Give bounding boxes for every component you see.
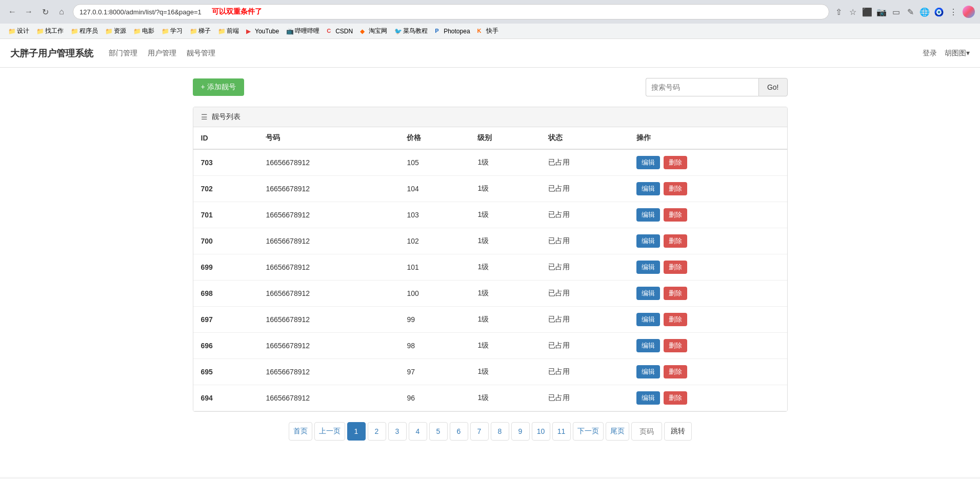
edit-button[interactable]: 编辑 — [636, 156, 660, 169]
bookmark-label: CSDN — [335, 28, 353, 35]
nav-login[interactable]: 登录 — [923, 49, 937, 58]
edit-button[interactable]: 编辑 — [636, 234, 660, 248]
window-icon[interactable]: ▭ — [891, 7, 901, 17]
edit-button[interactable]: 编辑 — [636, 339, 660, 352]
user-avatar[interactable] — [963, 6, 975, 18]
cell-level: 1级 — [470, 385, 541, 411]
page-5[interactable]: 5 — [429, 422, 448, 441]
page-2[interactable]: 2 — [368, 422, 386, 441]
page-first[interactable]: 首页 — [289, 422, 312, 441]
cell-status: 已占用 — [541, 333, 628, 359]
home-button[interactable]: ⌂ — [54, 5, 69, 19]
bookmark-youtube[interactable]: ▶ YouTube — [243, 27, 282, 36]
cell-status: 已占用 — [541, 149, 628, 176]
edit-button[interactable]: 编辑 — [636, 287, 660, 300]
bookmark-runoob[interactable]: 🐦 菜鸟教程 — [391, 26, 431, 36]
edit-button[interactable]: 编辑 — [636, 313, 660, 326]
delete-button[interactable]: 删除 — [664, 208, 687, 222]
edit-button[interactable]: 编辑 — [636, 365, 660, 378]
bookmark-resources[interactable]: 📁 资源 — [102, 26, 129, 36]
folder-icon: 📁 — [71, 28, 78, 35]
page-number-input[interactable] — [631, 422, 662, 441]
page-jump-button[interactable]: 跳转 — [664, 422, 692, 441]
table-body: 703 16656678912 105 1级 已占用 编辑 删除 702 166… — [193, 149, 787, 411]
cell-number: 16656678912 — [258, 359, 399, 385]
bookmark-study[interactable]: 📁 学习 — [158, 26, 186, 36]
table-row: 699 16656678912 101 1级 已占用 编辑 删除 — [193, 254, 787, 281]
table-header-row: ID 号码 价格 级别 状态 操作 — [193, 127, 787, 149]
star-icon[interactable]: ☆ — [848, 7, 858, 17]
cell-level: 1级 — [470, 149, 541, 176]
bookmark-movies[interactable]: 📁 电影 — [130, 26, 157, 36]
reload-button[interactable]: ↻ — [38, 5, 52, 19]
delete-button[interactable]: 删除 — [664, 365, 687, 378]
bookmark-bilibili[interactable]: 📺 哔哩哔哩 — [283, 26, 323, 36]
edit-button[interactable]: 编辑 — [636, 261, 660, 274]
nav-department[interactable]: 部门管理 — [109, 45, 137, 62]
delete-button[interactable]: 删除 — [664, 391, 687, 405]
edit-icon[interactable]: ✎ — [905, 7, 915, 17]
page-7[interactable]: 7 — [470, 422, 489, 441]
page-last[interactable]: 尾页 — [606, 422, 629, 441]
search-input[interactable] — [646, 78, 758, 96]
browser-actions: ⇧ ☆ ⬛ 📷 ▭ ✎ 🌐 🧿 ⋮ — [833, 6, 975, 18]
bookmark-photopea[interactable]: P Photopea — [432, 27, 473, 36]
cell-status: 已占用 — [541, 385, 628, 411]
page-prev[interactable]: 上一页 — [314, 422, 345, 441]
bookmark-design[interactable]: 📁 设计 — [5, 26, 32, 36]
page-3[interactable]: 3 — [388, 422, 407, 441]
table-row: 695 16656678912 97 1级 已占用 编辑 删除 — [193, 359, 787, 385]
page-6[interactable]: 6 — [450, 422, 468, 441]
col-price: 价格 — [399, 127, 470, 149]
cell-level: 1级 — [470, 176, 541, 202]
delete-button[interactable]: 删除 — [664, 339, 687, 352]
delete-button[interactable]: 删除 — [664, 287, 687, 300]
nav-numbers[interactable]: 靓号管理 — [187, 45, 215, 62]
camera-icon[interactable]: 📷 — [876, 7, 887, 17]
bookmark-label: 哔哩哔哩 — [295, 27, 319, 35]
table-title: 靓号列表 — [212, 112, 241, 122]
delete-button[interactable]: 删除 — [664, 261, 687, 274]
browser-toolbar: ← → ↻ ⌂ 127.0.0.1:8000/admin/list/?q=16&… — [0, 0, 980, 24]
delete-button[interactable]: 删除 — [664, 156, 687, 169]
page-next[interactable]: 下一页 — [573, 422, 604, 441]
edit-button[interactable]: 编辑 — [636, 182, 660, 195]
bookmark-programmer[interactable]: 📁 程序员 — [68, 26, 101, 36]
table-row: 700 16656678912 102 1级 已占用 编辑 删除 — [193, 228, 787, 254]
cell-level: 1级 — [470, 281, 541, 307]
page-4[interactable]: 4 — [409, 422, 427, 441]
share-icon[interactable]: ⇧ — [833, 7, 844, 17]
nav-users[interactable]: 用户管理 — [148, 45, 176, 62]
cell-status: 已占用 — [541, 254, 628, 281]
bookmark-csdn[interactable]: C CSDN — [324, 27, 356, 36]
edit-button[interactable]: 编辑 — [636, 391, 660, 405]
menu-icon[interactable]: ⋮ — [948, 7, 958, 17]
page-8[interactable]: 8 — [491, 422, 509, 441]
puzzle-icon[interactable]: 🧿 — [934, 7, 944, 17]
add-number-button[interactable]: + 添加靓号 — [193, 78, 244, 96]
delete-button[interactable]: 删除 — [664, 313, 687, 326]
bookmark-label: 找工作 — [45, 27, 64, 35]
delete-button[interactable]: 删除 — [664, 234, 687, 248]
address-bar[interactable]: 127.0.0.1:8000/admin/list/?q=16&page=1 可… — [73, 4, 829, 19]
bookmark-kuaishou[interactable]: K 快手 — [474, 26, 502, 36]
bookmark-frontend[interactable]: 📁 前端 — [215, 26, 242, 36]
back-button[interactable]: ← — [5, 5, 19, 19]
search-button[interactable]: Go! — [758, 78, 788, 96]
bookmark-taobao[interactable]: ◆ 淘宝网 — [357, 26, 390, 36]
extension-icon[interactable]: ⬛ — [862, 7, 872, 17]
page-9[interactable]: 9 — [511, 422, 530, 441]
page-11[interactable]: 11 — [552, 422, 571, 441]
edit-button[interactable]: 编辑 — [636, 208, 660, 222]
globe-icon[interactable]: 🌐 — [919, 7, 930, 17]
bookmark-ladder[interactable]: 📁 梯子 — [187, 26, 214, 36]
nav-user[interactable]: 胡图图▾ — [945, 49, 970, 58]
cell-actions: 编辑 删除 — [629, 385, 787, 411]
bookmark-jobs[interactable]: 📁 找工作 — [33, 26, 67, 36]
delete-button[interactable]: 删除 — [664, 182, 687, 195]
cell-id: 695 — [193, 359, 258, 385]
forward-button[interactable]: → — [22, 5, 36, 19]
page-1[interactable]: 1 — [347, 422, 366, 441]
cell-price: 99 — [399, 307, 470, 333]
page-10[interactable]: 10 — [532, 422, 550, 441]
